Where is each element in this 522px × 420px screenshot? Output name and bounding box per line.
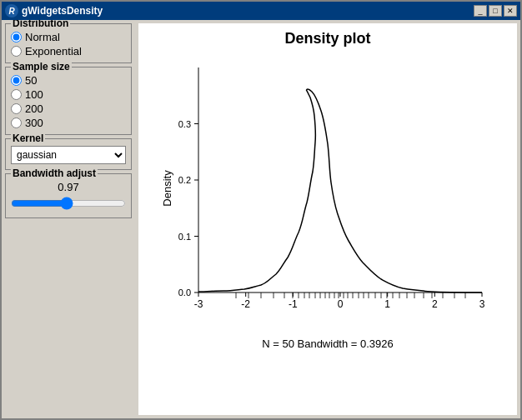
distribution-radio-group: Normal Exponential xyxy=(11,31,126,58)
r-logo-icon: R xyxy=(5,4,18,18)
distribution-normal-label: Normal xyxy=(25,31,60,43)
window-title: gWidgetsDensity xyxy=(22,5,103,17)
sample-size-50-item[interactable]: 50 xyxy=(11,74,126,87)
title-bar: R gWidgetsDensity _ □ ✕ xyxy=(2,2,520,20)
sample-size-300-label: 300 xyxy=(25,117,43,129)
title-bar-left: R gWidgetsDensity xyxy=(5,4,103,18)
sample-size-100-item[interactable]: 100 xyxy=(11,88,126,101)
distribution-group-label: Distribution xyxy=(11,20,70,29)
density-plot-svg: -3 -2 -1 0 1 2 xyxy=(161,51,494,334)
sample-size-200-label: 200 xyxy=(25,102,43,115)
plot-footer: N = 50 Bandwidth = 0.3926 xyxy=(262,338,394,350)
sidebar: Distribution Normal Exponential Sample s… xyxy=(2,20,135,418)
kernel-group-label: Kernel xyxy=(11,132,45,144)
svg-text:0.2: 0.2 xyxy=(178,175,191,185)
sample-size-50-label: 50 xyxy=(25,74,37,87)
sample-size-100-radio[interactable] xyxy=(11,89,22,100)
distribution-exponential-item[interactable]: Exponential xyxy=(11,45,126,58)
plot-title: Density plot xyxy=(284,30,370,48)
svg-text:0.3: 0.3 xyxy=(178,119,191,129)
bandwidth-slider[interactable] xyxy=(11,197,126,210)
sample-size-50-radio[interactable] xyxy=(11,75,22,86)
sample-size-group: Sample size 50 100 200 xyxy=(5,67,132,135)
distribution-normal-item[interactable]: Normal xyxy=(11,31,126,43)
sample-size-200-radio[interactable] xyxy=(11,103,22,114)
sample-size-200-item[interactable]: 200 xyxy=(11,102,126,115)
sample-size-group-label: Sample size xyxy=(11,61,72,72)
minimize-button[interactable]: _ xyxy=(474,5,487,17)
svg-text:-2: -2 xyxy=(241,298,250,310)
plot-area: Density plot -3 -2 xyxy=(138,23,517,415)
svg-text:0.1: 0.1 xyxy=(178,232,191,242)
window-controls: _ □ ✕ xyxy=(474,5,517,17)
maximize-button[interactable]: □ xyxy=(489,5,502,17)
kernel-group: Kernel gaussian epanechnikov rectangular… xyxy=(5,138,132,170)
svg-text:3: 3 xyxy=(479,298,485,310)
sample-size-radio-group: 50 100 200 300 xyxy=(11,74,126,129)
sample-size-300-item[interactable]: 300 xyxy=(11,117,126,129)
sample-size-100-label: 100 xyxy=(25,88,43,101)
distribution-exponential-radio[interactable] xyxy=(11,46,22,57)
close-button[interactable]: ✕ xyxy=(504,5,517,17)
distribution-normal-radio[interactable] xyxy=(11,32,22,42)
svg-text:0.0: 0.0 xyxy=(178,288,191,298)
svg-text:2: 2 xyxy=(432,298,438,310)
main-window: R gWidgetsDensity _ □ ✕ Distribution Nor… xyxy=(0,0,522,420)
svg-text:0: 0 xyxy=(338,298,344,310)
distribution-exponential-label: Exponential xyxy=(25,45,82,58)
bandwidth-group-label: Bandwidth adjust xyxy=(11,168,98,179)
distribution-group: Distribution Normal Exponential xyxy=(5,23,132,63)
bandwidth-group: Bandwidth adjust 0.97 xyxy=(5,173,132,218)
svg-text:Density: Density xyxy=(161,170,173,207)
svg-text:-1: -1 xyxy=(289,298,298,310)
main-content: Distribution Normal Exponential Sample s… xyxy=(2,20,520,418)
sample-size-300-radio[interactable] xyxy=(11,118,22,128)
svg-text:-3: -3 xyxy=(194,298,203,310)
svg-text:1: 1 xyxy=(384,298,390,310)
kernel-select[interactable]: gaussian epanechnikov rectangular triang… xyxy=(11,146,126,164)
plot-container: -3 -2 -1 0 1 2 xyxy=(161,51,494,334)
bandwidth-value: 0.97 xyxy=(11,181,126,193)
